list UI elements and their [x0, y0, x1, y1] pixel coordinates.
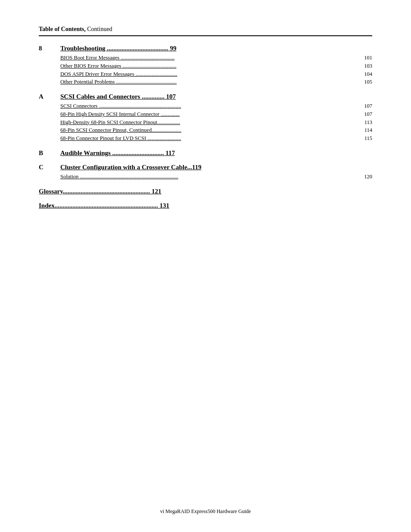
sub-page: 107: [359, 110, 372, 118]
glossary-title: Glossary................................…: [39, 188, 372, 195]
toc-section-a: A SCSI Cables and Connectors ...........…: [39, 93, 372, 143]
sub-page: 113: [359, 118, 372, 127]
sub-title: 68-Pin SCSI Connector Pinout, Continued.…: [60, 126, 358, 134]
sub-entry: BIOS Boot Error Messages ...............…: [60, 54, 372, 62]
sub-entry: SCSI Connectors ........................…: [60, 102, 372, 110]
toc-section-c: C Cluster Configuration with a Crossover…: [39, 164, 372, 181]
sub-title: BIOS Boot Error Messages ...............…: [60, 54, 358, 62]
sub-page: 115: [359, 134, 372, 143]
sub-title: High-Density 68-Pin SCSI Connector Pinou…: [60, 118, 358, 127]
toc-main-entry-a: A SCSI Cables and Connectors ...........…: [39, 93, 372, 100]
sub-title: Other Potential Problems ...............…: [60, 78, 358, 86]
sub-page: 104: [359, 70, 372, 78]
sub-entry: 68-Pin Connector Pinout for LVD SCSI ...…: [60, 134, 372, 143]
toc-header: Table of Contents, Continued: [39, 26, 372, 36]
page: Table of Contents, Continued 8 Troublesh…: [0, 0, 411, 532]
toc-sub-entries-c: Solution ...............................…: [60, 173, 372, 181]
toc-header-text: Table of Contents, Continued: [39, 26, 112, 32]
sub-entry: 68-Pin SCSI Connector Pinout, Continued.…: [60, 126, 372, 134]
sub-entry: DOS ASPI Driver Error Messages .........…: [60, 70, 372, 78]
chapter-title-8: Troubleshooting ........................…: [60, 45, 372, 52]
sub-page: 105: [359, 78, 372, 86]
sub-title: SCSI Connectors ........................…: [60, 102, 358, 110]
sub-title: Solution ...............................…: [60, 173, 358, 181]
sub-entry: High-Density 68-Pin SCSI Connector Pinou…: [60, 118, 372, 127]
toc-section-8: 8 Troubleshooting ......................…: [39, 45, 372, 86]
glossary-entry: Glossary................................…: [39, 188, 372, 195]
sub-page: 103: [359, 62, 372, 70]
sub-page: 120: [359, 173, 372, 181]
sub-page: 114: [359, 126, 372, 134]
chapter-num-b: B: [39, 149, 60, 157]
footer: vi MegaRAID Express500 Hardware Guide: [0, 508, 411, 515]
footer-text: vi MegaRAID Express500 Hardware Guide: [160, 508, 251, 514]
sub-page: 101: [359, 54, 372, 62]
chapter-num-a: A: [39, 93, 60, 100]
toc-header-normal: Continued: [86, 26, 112, 32]
sub-entry: Other BIOS Error Messages ..............…: [60, 62, 372, 70]
toc-main-entry-8: 8 Troubleshooting ......................…: [39, 45, 372, 52]
toc-section-glossary: Glossary................................…: [39, 188, 372, 195]
sub-title: 68-Pin Connector Pinout for LVD SCSI ...…: [60, 134, 358, 143]
chapter-num-8: 8: [39, 45, 60, 52]
index-title: Index...................................…: [39, 202, 372, 209]
toc-sub-entries-a: SCSI Connectors ........................…: [60, 102, 372, 143]
sub-title: 68-Pin High Density SCSI Internal Connec…: [60, 110, 358, 118]
sub-entry: 68-Pin High Density SCSI Internal Connec…: [60, 110, 372, 118]
index-entry: Index...................................…: [39, 202, 372, 209]
sub-entry: Other Potential Problems ...............…: [60, 78, 372, 86]
toc-section-b: B Audible Warnings .....................…: [39, 149, 372, 157]
sub-title: DOS ASPI Driver Error Messages .........…: [60, 70, 358, 78]
sub-title: Other BIOS Error Messages ..............…: [60, 62, 358, 70]
toc-main-entry-b: B Audible Warnings .....................…: [39, 149, 372, 157]
chapter-title-c: Cluster Configuration with a Crossover C…: [60, 164, 372, 171]
toc-main-entry-c: C Cluster Configuration with a Crossover…: [39, 164, 372, 171]
toc-section-index: Index...................................…: [39, 202, 372, 209]
chapter-title-a: SCSI Cables and Connectors .............…: [60, 93, 372, 100]
sub-entry: Solution ...............................…: [60, 173, 372, 181]
toc-sub-entries-8: BIOS Boot Error Messages ...............…: [60, 54, 372, 86]
chapter-title-b: Audible Warnings .......................…: [60, 149, 372, 157]
toc-header-bold: Table of Contents,: [39, 26, 86, 32]
sub-page: 107: [359, 102, 372, 110]
chapter-num-c: C: [39, 164, 60, 171]
